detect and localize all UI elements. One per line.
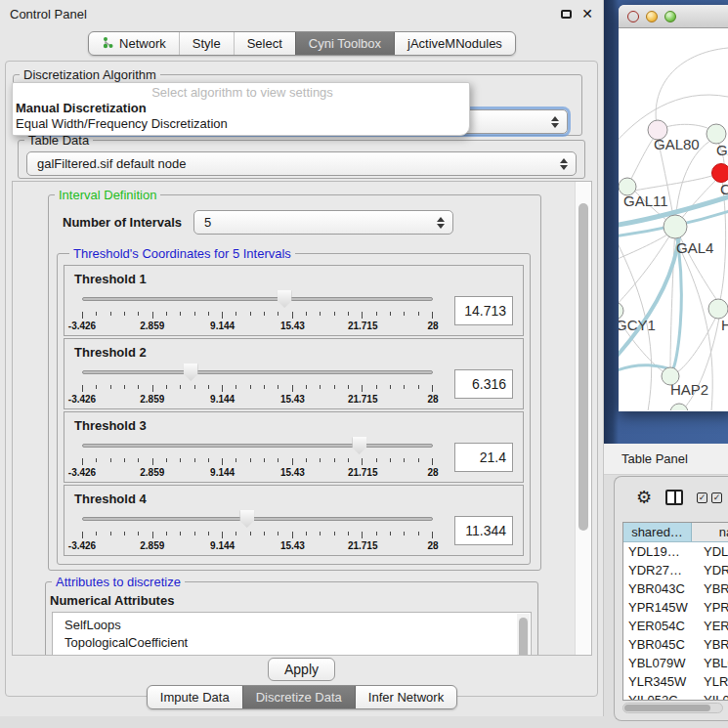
gear-icon[interactable]: ⚙: [636, 489, 652, 506]
cell[interactable]: YDR27…: [623, 563, 692, 578]
column-header-name[interactable]: na: [692, 523, 728, 541]
tick-mark: [362, 532, 363, 538]
table-row[interactable]: YLR345WYLR3: [623, 672, 728, 691]
tab-discretize-data[interactable]: Discretize Data: [242, 686, 355, 708]
cell[interactable]: YBR0: [692, 637, 728, 652]
cell[interactable]: YIL0: [692, 693, 728, 701]
cell[interactable]: YBR043C: [623, 581, 692, 596]
slider-track[interactable]: [82, 370, 433, 374]
table-header-row: shared… na: [623, 523, 728, 542]
threshold-value-field[interactable]: 14.713: [454, 296, 513, 325]
threshold-slider[interactable]: -3.426 2.859 9.144 15.43 21.715 28: [82, 362, 433, 407]
number-of-intervals-combobox[interactable]: 5: [193, 210, 453, 235]
apply-button[interactable]: Apply: [268, 658, 335, 681]
cell[interactable]: YIL052C: [623, 693, 692, 701]
dropdown-option-manual[interactable]: Manual Discretization: [16, 101, 469, 116]
columns-icon[interactable]: [665, 490, 683, 505]
threshold-value-field[interactable]: 6.316: [454, 369, 513, 399]
tab-select[interactable]: Select: [234, 32, 295, 55]
scrollbar-thumb[interactable]: [519, 618, 528, 656]
network-canvas[interactable]: GAL80 GA C GAL11 GAL4 GCY1 H HAP2: [619, 28, 728, 410]
table-row[interactable]: YDL19…YDL1: [623, 542, 728, 561]
network-node[interactable]: [670, 404, 688, 410]
threshold-slider[interactable]: -3.426 2.859 9.144 15.43 21.715 28: [82, 435, 433, 480]
network-node-label: GAL11: [623, 193, 668, 209]
threshold-slider[interactable]: -3.426 2.859 9.144 15.43 21.715 28: [82, 508, 433, 553]
tick-label: -3.426: [68, 394, 96, 405]
tab-infer-network[interactable]: Infer Network: [355, 686, 456, 708]
table-row[interactable]: YBR045CYBR0: [623, 635, 728, 654]
slider-thumb[interactable]: [184, 364, 198, 381]
network-node[interactable]: [664, 215, 687, 238]
tick-mark: [236, 532, 236, 535]
table-row[interactable]: YER054CYER0: [623, 617, 728, 635]
slider-thumb[interactable]: [239, 510, 254, 528]
tick-label: 21.715: [348, 467, 378, 478]
scrollbar-thumb[interactable]: [624, 705, 710, 711]
select-all-checkbox-icons[interactable]: ✓ ✓: [697, 492, 722, 503]
table-row[interactable]: YPR145WYPR1: [623, 598, 728, 617]
threshold-label: Threshold 3: [74, 418, 515, 433]
tab-network[interactable]: Network: [89, 32, 179, 55]
table-row[interactable]: YDR27…YDR2: [623, 561, 728, 579]
cell[interactable]: YER0: [692, 619, 728, 633]
table-data-combobox[interactable]: galFiltered.sif default node: [26, 151, 577, 176]
close-icon[interactable]: ✕: [581, 7, 593, 21]
cell[interactable]: YPR145W: [623, 600, 692, 615]
table-row[interactable]: YBR043CYBR0: [623, 579, 728, 598]
tab-impute-data[interactable]: Impute Data: [148, 686, 242, 708]
table-row[interactable]: YBL079WYBL0: [623, 654, 728, 672]
slider-track[interactable]: [82, 444, 433, 448]
network-node[interactable]: [707, 124, 726, 144]
float-window-icon[interactable]: [561, 10, 572, 19]
network-window-titlebar[interactable]: [619, 5, 728, 28]
tick-mark: [110, 312, 111, 316]
slider-track[interactable]: [82, 517, 433, 521]
threshold-value-field[interactable]: 11.344: [454, 516, 513, 545]
cell[interactable]: YLR345W: [623, 674, 692, 689]
threshold-slider[interactable]: -3.426 2.859 9.144 15.43 21.715 28: [82, 288, 433, 333]
list-item[interactable]: BetweennessCentrality: [64, 652, 513, 656]
minimize-traffic-light-icon[interactable]: [646, 11, 658, 22]
cell[interactable]: YDR2: [692, 563, 728, 578]
dropdown-hint[interactable]: Select algorithm to view settings: [16, 85, 469, 101]
settings-vertical-scrollbar[interactable]: [575, 182, 591, 655]
slider-thumb[interactable]: [278, 290, 292, 308]
checkbox-icon[interactable]: ✓: [697, 492, 707, 503]
zoom-traffic-light-icon[interactable]: [664, 11, 676, 22]
cell[interactable]: YBL0: [692, 656, 728, 670]
cell[interactable]: YLR3: [692, 674, 728, 689]
column-header-shared-name[interactable]: shared…: [623, 523, 692, 541]
tick-mark: [166, 385, 167, 389]
tab-style[interactable]: Style: [179, 32, 234, 55]
tick-label: 28: [427, 467, 438, 478]
tick-mark: [404, 532, 405, 535]
tab-cyni-toolbox[interactable]: Cyni Toolbox: [295, 32, 394, 55]
list-item[interactable]: SelfLoops: [64, 617, 513, 634]
cell[interactable]: YDL1: [692, 544, 728, 559]
table-horizontal-scrollbar[interactable]: [622, 703, 723, 713]
scrollbar-thumb[interactable]: [578, 203, 588, 531]
threshold-panel-2: Threshold 2 -3.426 2.859 9.144: [64, 338, 524, 409]
stepper-icon: [560, 158, 568, 170]
attributes-scrollbar[interactable]: [517, 614, 530, 656]
checkbox-icon[interactable]: ✓: [711, 492, 722, 503]
cell[interactable]: YBL079W: [623, 656, 692, 670]
network-node[interactable]: [708, 299, 728, 319]
cell[interactable]: YER054C: [623, 619, 692, 633]
dropdown-option-equal-width[interactable]: Equal Width/Frequency Discretization: [16, 116, 469, 132]
slider-thumb[interactable]: [352, 437, 366, 454]
cell[interactable]: YBR0: [692, 581, 728, 596]
list-item[interactable]: TopologicalCoefficient: [64, 634, 513, 652]
table-row[interactable]: YIL052CYIL0: [623, 691, 728, 701]
threshold-value-field[interactable]: 21.4: [454, 443, 513, 472]
tick-mark: [320, 312, 321, 316]
cell[interactable]: YPR1: [692, 600, 728, 615]
slider-track[interactable]: [82, 297, 433, 301]
tab-jactivemnodules[interactable]: jActiveMNodules: [394, 32, 515, 55]
close-traffic-light-icon[interactable]: [627, 11, 639, 22]
cell[interactable]: YBR045C: [623, 637, 692, 652]
network-node-selected[interactable]: [712, 164, 728, 183]
network-view-window: GAL80 GA C GAL11 GAL4 GCY1 H HAP2: [619, 5, 728, 411]
cell[interactable]: YDL19…: [623, 544, 692, 559]
